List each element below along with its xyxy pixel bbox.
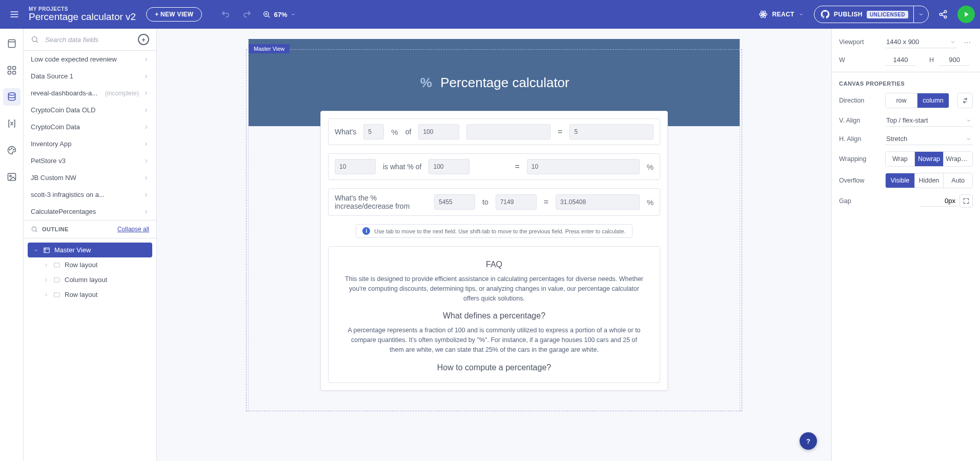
segment-option[interactable]: WrapRe...: [943, 152, 972, 166]
result-field[interactable]: 31.05408: [556, 194, 640, 210]
tree-node[interactable]: Row layout: [38, 287, 152, 302]
data-source-item[interactable]: reveal-dashboards-a...(incomplete): [24, 85, 156, 102]
wrap-segmented: WrapNowrapWrapRe...: [885, 151, 973, 167]
data-source-item[interactable]: CalculatePercentages: [24, 203, 156, 220]
rail-components-icon[interactable]: [3, 62, 21, 79]
breadcrumb[interactable]: MY PROJECTS: [29, 6, 136, 12]
calc-row-increase-decrease[interactable]: What's the % increase/decrease from 5455…: [328, 188, 660, 216]
result-field[interactable]: 5: [569, 124, 654, 139]
project-title[interactable]: Percentage calculator v2: [29, 12, 136, 23]
svg-point-7: [944, 16, 947, 18]
segment-option[interactable]: column: [917, 93, 949, 108]
framework-selector[interactable]: REACT: [753, 7, 808, 22]
help-fab[interactable]: ?: [800, 432, 817, 450]
data-source-item[interactable]: CryptoCoin Data OLD: [24, 102, 156, 118]
input-a[interactable]: 10: [335, 159, 376, 174]
data-source-item[interactable]: Low code expected reveniew: [24, 51, 156, 68]
svg-rect-17: [8, 173, 15, 180]
tree-node[interactable]: Row layout: [38, 257, 152, 272]
outline-tree: Master View Row layoutColumn layoutRow l…: [24, 238, 156, 312]
result-field[interactable]: 10: [527, 159, 640, 174]
add-data-source-button[interactable]: +: [138, 34, 149, 45]
input-base[interactable]: 100: [418, 124, 459, 139]
publish-button[interactable]: PUBLISH UNLICENSED: [814, 10, 913, 19]
data-source-item[interactable]: PetStore v3: [24, 152, 156, 169]
svg-point-13: [8, 93, 15, 95]
segment-option[interactable]: Auto: [943, 173, 972, 188]
expand-gap-icon[interactable]: [959, 194, 973, 208]
search-icon: [31, 35, 39, 44]
info-icon: i: [362, 227, 370, 235]
publish-label: PUBLISH: [834, 11, 863, 18]
svg-rect-24: [54, 292, 60, 296]
svg-point-16: [13, 149, 14, 150]
hint-bar: i Use tab to move to the next field. Use…: [356, 224, 632, 238]
segment-option[interactable]: row: [886, 93, 917, 108]
data-source-item[interactable]: scott-3 infragistics on a...: [24, 186, 156, 203]
tool-rail: [0, 29, 24, 461]
width-input[interactable]: [885, 54, 916, 66]
svg-rect-22: [54, 263, 60, 267]
new-view-button[interactable]: + NEW VIEW: [146, 7, 202, 22]
svg-point-14: [9, 149, 10, 150]
more-icon[interactable]: ⋯: [962, 36, 973, 48]
master-view-chip[interactable]: Master View: [249, 44, 290, 53]
input-percent[interactable]: 5: [363, 124, 384, 139]
height-input[interactable]: [939, 54, 970, 66]
design-canvas[interactable]: Master View Percentage calculator What's…: [157, 29, 831, 461]
svg-point-1: [763, 14, 764, 15]
search-input[interactable]: [44, 35, 133, 44]
svg-point-6: [940, 13, 942, 16]
hamburger-icon[interactable]: [5, 5, 24, 24]
tree-node[interactable]: Column layout: [38, 272, 152, 287]
segment-option[interactable]: Hidden: [914, 173, 944, 188]
svg-rect-21: [44, 248, 50, 252]
valign-select[interactable]: Top / flex-start: [885, 114, 973, 127]
collapse-all-link[interactable]: Collapse all: [117, 226, 149, 233]
spacer-field[interactable]: [466, 124, 550, 139]
overflow-segmented: VisibleHiddenAuto: [885, 173, 973, 188]
segment-option[interactable]: Nowrap: [914, 152, 944, 166]
data-source-item[interactable]: JB Custom NW: [24, 169, 156, 186]
data-panel: + Low code expected reveniewData Source …: [24, 29, 157, 461]
app-title: Percentage calculator: [440, 75, 569, 91]
viewport-select[interactable]: 1440 x 900: [885, 36, 957, 48]
input-b[interactable]: 100: [428, 159, 469, 174]
redo-icon[interactable]: [238, 5, 256, 24]
undo-icon[interactable]: [216, 5, 235, 24]
svg-rect-9: [8, 67, 11, 70]
halign-select[interactable]: Stretch: [885, 133, 973, 145]
segment-option[interactable]: Wrap: [886, 152, 914, 166]
rail-data-icon[interactable]: [3, 88, 21, 106]
svg-rect-10: [12, 67, 15, 70]
data-source-item[interactable]: CryptoCoin Data: [24, 118, 156, 135]
rail-variables-icon[interactable]: [3, 115, 21, 132]
svg-rect-8: [8, 40, 15, 48]
data-source-item[interactable]: Data Source 1: [24, 68, 156, 85]
swap-direction-icon[interactable]: [957, 93, 973, 108]
input-from[interactable]: 5455: [434, 194, 475, 210]
publish-button-group: PUBLISH UNLICENSED: [814, 6, 929, 23]
segment-option[interactable]: Visible: [886, 173, 914, 188]
preview-play-button[interactable]: [957, 6, 975, 23]
share-icon[interactable]: [934, 5, 952, 24]
publish-dropdown[interactable]: [913, 6, 928, 23]
rail-views-icon[interactable]: [3, 35, 21, 52]
data-source-item[interactable]: Inventory App: [24, 135, 156, 152]
input-to[interactable]: 7149: [496, 194, 537, 210]
svg-point-19: [32, 37, 37, 42]
rail-assets-icon[interactable]: [3, 168, 21, 186]
svg-point-18: [9, 175, 11, 177]
gap-input[interactable]: [921, 195, 956, 207]
svg-rect-11: [8, 71, 11, 74]
faq-section[interactable]: FAQ This site is designed to provide eff…: [328, 246, 660, 383]
svg-rect-23: [54, 277, 60, 282]
calc-row-percent-of[interactable]: What's 5 % of 100 = 5: [328, 118, 660, 145]
svg-point-15: [11, 148, 12, 149]
data-source-list: Low code expected reveniewData Source 1r…: [24, 51, 156, 220]
calc-row-is-what-percent[interactable]: 10 is what % of 100 = 10 %: [328, 153, 660, 180]
zoom-control[interactable]: 67%: [259, 8, 298, 21]
rail-theme-icon[interactable]: [3, 142, 21, 159]
tree-master-view[interactable]: Master View: [28, 243, 152, 257]
outline-label: OUTLINE: [42, 226, 69, 232]
